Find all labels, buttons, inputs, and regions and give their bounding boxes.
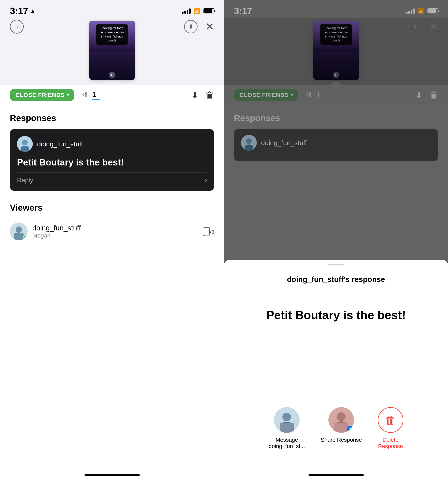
status-icons-left: 📶: [182, 8, 214, 15]
viewer-name-left: Megan: [32, 232, 204, 239]
svg-point-26: [337, 412, 345, 421]
home-bar-left: [84, 474, 140, 476]
reply-label-left: Reply: [17, 177, 33, 184]
views-container-left: 👁 1: [80, 90, 185, 100]
home-indicator-right: [224, 469, 448, 481]
share-avatar: +: [328, 407, 354, 433]
share-action[interactable]: + Share Response: [321, 407, 362, 449]
add-badge-icon: +: [347, 426, 353, 432]
viewer-info-left: doing_fun_stuff Megan: [32, 224, 204, 239]
delete-icon: 🗑: [385, 414, 396, 427]
sheet-actions: Message doing_fun_st... + Share Response: [224, 399, 448, 461]
response-card-left: doing_fun_stuff Petit Boutary is the bes…: [10, 129, 214, 191]
home-indicator-left: [0, 469, 224, 481]
svg-point-7: [22, 140, 28, 145]
play-button-left[interactable]: ▶: [109, 72, 115, 78]
delete-circle: 🗑: [378, 407, 404, 433]
message-label: Message doing_fun_st...: [269, 437, 305, 449]
left-panel: 3:17 ▲ 📶 ○ ⬇ ✕: [0, 0, 224, 481]
viewer-row-left: doing_fun_stuff Megan ⃣◁: [10, 218, 214, 244]
online-indicator-left: [23, 236, 27, 240]
story-notch-left: [108, 82, 116, 85]
content-left: Responses doing_fun_stuff Petit Boutary …: [0, 105, 224, 469]
sheet-handle: [328, 264, 344, 265]
response-header-left: doing_fun_stuff: [17, 136, 207, 152]
svg-point-8: [21, 146, 29, 152]
close-friends-button-left[interactable]: CLOSE FRIENDS ▾: [10, 89, 74, 101]
views-count-left: 1: [92, 90, 96, 98]
responses-title-left: Responses: [10, 113, 214, 123]
delete-label: Delete Response: [378, 437, 403, 449]
time-left: 3:17: [10, 6, 28, 16]
message-avatar: [274, 407, 300, 433]
signal-icon-left: [182, 8, 191, 14]
location-icon-left: ▲: [30, 8, 36, 14]
avatar-svg-left: [17, 136, 33, 152]
svg-rect-12: [14, 233, 24, 240]
story-card-left[interactable]: Looking for food recommendations in Pari…: [89, 21, 135, 80]
response-avatar-left: [17, 136, 33, 152]
wifi-icon-left: 📶: [193, 8, 201, 15]
story-preview-left: Looking for food recommendations in Pari…: [0, 18, 224, 85]
viewers-title-left: Viewers: [10, 203, 214, 213]
svg-rect-28: [334, 422, 348, 432]
eye-icon-left: 👁: [82, 91, 90, 99]
message-action[interactable]: Message doing_fun_st...: [269, 407, 305, 449]
battery-icon-left: [204, 8, 214, 13]
question-box-left: Looking for food recommendations in Pari…: [96, 24, 128, 45]
send-icon-left[interactable]: ⃣◁: [209, 226, 214, 236]
toolbar-left: CLOSE FRIENDS ▾ 👁 1 ⬇ 🗑: [0, 85, 224, 105]
download-toolbar-icon-left[interactable]: ⬇: [191, 90, 198, 100]
viewer-avatar-left: [10, 223, 28, 240]
sheet-title: doing_fun_stuff's response: [224, 271, 448, 296]
svg-point-22: [282, 413, 291, 421]
right-panel: 3:17 📶 ○ ⬇ ✕: [224, 0, 448, 481]
sheet-response-text: Petit Boutary is the best!: [224, 296, 448, 335]
svg-rect-24: [280, 423, 294, 433]
delete-toolbar-icon-left[interactable]: 🗑: [206, 90, 214, 100]
viewers-section-left: Viewers doing_fun_stuff Megan ⃣◁: [10, 199, 214, 244]
reply-arrow-icon-left[interactable]: ›: [205, 177, 207, 183]
delete-action[interactable]: 🗑 Delete Response: [378, 407, 404, 449]
bottom-sheet: doing_fun_stuff's response Petit Boutary…: [224, 260, 448, 481]
svg-point-10: [15, 226, 22, 233]
viewer-username-left: doing_fun_stuff: [32, 224, 204, 232]
response-username-left: doing_fun_stuff: [37, 140, 83, 148]
toolbar-actions-left: ⬇ 🗑: [191, 90, 214, 100]
share-label: Share Response: [321, 437, 362, 443]
status-bar-left: 3:17 ▲ 📶: [0, 0, 224, 18]
response-text-left: Petit Boutary is the best!: [17, 157, 207, 168]
home-bar-right: [308, 474, 364, 476]
message-avatar-svg: [274, 407, 300, 433]
reply-row-left: Reply ›: [17, 172, 207, 184]
chevron-down-icon-left: ▾: [67, 92, 69, 98]
